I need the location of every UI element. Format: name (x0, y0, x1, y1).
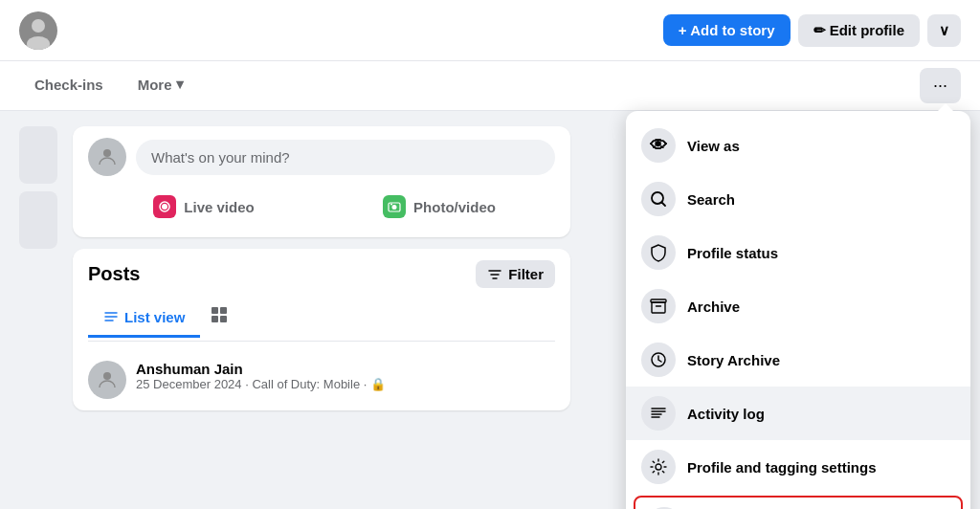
photo-video-button[interactable]: Photo/video (323, 188, 555, 226)
search-icon (641, 182, 676, 216)
menu-label-view-as: View as (687, 138, 740, 154)
grid-view-icon (210, 305, 229, 324)
svg-rect-9 (212, 307, 218, 314)
photo-video-icon (383, 195, 406, 218)
list-view-icon (103, 309, 119, 324)
live-video-button[interactable]: Live video (88, 188, 320, 226)
eye-icon: 👁 (641, 128, 676, 163)
svg-point-17 (656, 464, 661, 470)
menu-label-profile-tagging: Profile and tagging settings (687, 459, 877, 476)
edit-profile-button[interactable]: ✏ Edit profile (798, 14, 921, 47)
menu-label-archive: Archive (687, 299, 740, 315)
archive-icon (641, 289, 676, 323)
svg-rect-12 (220, 316, 227, 322)
live-video-label: Live video (184, 199, 254, 215)
live-video-icon (153, 195, 176, 218)
view-tabs: List view (88, 296, 555, 342)
center-content: What's on your mind? Live video (73, 126, 570, 494)
menu-item-profile-status[interactable]: Profile status (626, 226, 970, 279)
main-content: What's on your mind? Live video (0, 111, 980, 509)
post-user-info: Anshuman Jain 25 December 2024 · Call of… (136, 361, 386, 391)
header-dropdown-button[interactable]: ∨ (927, 14, 961, 47)
menu-label-search: Search (687, 191, 735, 208)
svg-rect-11 (212, 316, 218, 322)
posts-section: Posts Filter List view (73, 249, 570, 410)
nav-tabs-left: Check-ins More ▾ (19, 64, 199, 107)
post-box: What's on your mind? Live video (73, 126, 570, 237)
posts-title: Posts (88, 263, 140, 285)
post-item: Anshuman Jain 25 December 2024 · Call of… (88, 353, 555, 399)
filter-icon (487, 267, 502, 282)
sidebar-item (19, 191, 57, 249)
tab-checkins[interactable]: Check-ins (19, 65, 119, 107)
three-dots-button[interactable]: ··· (920, 68, 961, 103)
post-meta: 25 December 2024 · Call of Duty: Mobile … (136, 377, 386, 391)
filter-label: Filter (508, 266, 544, 282)
posts-header: Posts Filter (88, 260, 555, 288)
svg-point-7 (392, 205, 397, 210)
svg-rect-10 (220, 307, 227, 314)
post-avatar (88, 138, 126, 176)
menu-label-story-archive: Story Archive (687, 352, 780, 368)
chevron-down-icon: ∨ (939, 22, 949, 38)
menu-item-lock-profile[interactable]: Lock profile (634, 496, 963, 509)
dropdown-menu: 👁 View as Search Profile status (626, 111, 970, 509)
grid-view-tab[interactable] (200, 296, 238, 341)
post-actions-row: Live video Photo/video (88, 188, 555, 226)
list-view-label: List view (124, 309, 185, 325)
menu-item-view-as[interactable]: 👁 View as (626, 119, 970, 172)
menu-label-activity-log: Activity log (687, 406, 765, 422)
menu-item-search[interactable]: Search (626, 172, 970, 226)
svg-point-3 (103, 149, 111, 157)
menu-item-activity-log[interactable]: Activity log (626, 387, 970, 440)
chevron-down-icon: ▾ (176, 76, 184, 93)
post-user-avatar (88, 361, 126, 399)
dropdown-arrow (938, 103, 953, 111)
svg-point-1 (32, 19, 45, 33)
user-name: Anshuman Jain (136, 361, 386, 377)
list-view-tab[interactable]: List view (88, 299, 200, 338)
add-to-story-button[interactable]: + Add to story (663, 14, 791, 46)
settings-icon (641, 450, 676, 484)
menu-item-profile-tagging[interactable]: Profile and tagging settings (626, 440, 970, 494)
menu-item-archive[interactable]: Archive (626, 279, 970, 333)
sidebar-item (19, 126, 57, 184)
svg-point-8 (390, 204, 392, 206)
svg-point-4 (162, 204, 167, 210)
post-input-field[interactable]: What's on your mind? (136, 140, 555, 175)
photo-video-label: Photo/video (413, 199, 496, 215)
avatar (19, 11, 57, 50)
tab-more-label: More (138, 77, 172, 93)
filter-button[interactable]: Filter (476, 260, 555, 288)
post-input-row: What's on your mind? (88, 138, 555, 176)
menu-label-profile-status: Profile status (687, 245, 778, 261)
svg-point-13 (103, 372, 111, 380)
clock-icon (641, 343, 676, 377)
sidebar-left (19, 126, 57, 494)
header-bar: + Add to story ✏ Edit profile ∨ (0, 0, 980, 61)
shield-icon (641, 235, 676, 270)
header-actions: + Add to story ✏ Edit profile ∨ (663, 14, 961, 47)
header-left (19, 11, 57, 50)
menu-item-story-archive[interactable]: Story Archive (626, 333, 970, 387)
tab-more[interactable]: More ▾ (122, 64, 199, 107)
nav-tabs: Check-ins More ▾ ··· (0, 61, 980, 111)
activity-log-icon (641, 396, 676, 431)
